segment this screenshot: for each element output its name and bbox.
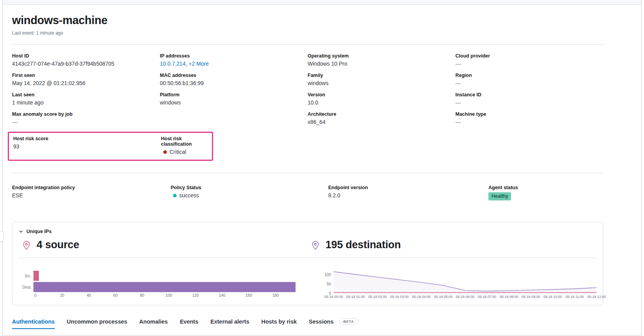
overview-field: Host ID4143c277-074e-47a9-b37d-37f94b508… bbox=[12, 53, 160, 67]
host-risk-highlight-box: Host risk score 93 Host risk classificat… bbox=[8, 132, 213, 161]
tab-authentications[interactable]: Authentications bbox=[12, 319, 55, 329]
unique-ips-line-chart: 100500 05-18 00:0005-18 01:0005-18 02:00… bbox=[320, 271, 597, 299]
tab-label: Uncommon processes bbox=[67, 319, 128, 325]
field-value: — bbox=[455, 119, 603, 125]
endpoint-info-row: Endpoint integration policy ESE Policy S… bbox=[12, 185, 603, 206]
destination-stat-text: 195 destination bbox=[326, 239, 401, 251]
ip-address-link[interactable]: 10.0.7.214 bbox=[160, 61, 186, 67]
x-axis-tick: 160 bbox=[246, 293, 252, 298]
line-time-axis: 05-18 00:0005-18 01:0005-18 02:0005-18 0… bbox=[334, 295, 597, 299]
field-value: 4143c277-074e-47a9-b37d-37f94b508705 bbox=[12, 61, 160, 67]
timeline-flyout-handle[interactable] bbox=[0, 232, 4, 242]
field-value: 10.0 bbox=[308, 99, 455, 106]
tab-events[interactable]: Events bbox=[180, 319, 198, 329]
bar-row: Src. bbox=[19, 271, 296, 281]
y-axis-tick: 50 bbox=[327, 282, 331, 286]
field-label: Operating system bbox=[308, 53, 455, 59]
field-label: Policy Status bbox=[171, 185, 328, 190]
field-value: Windows 10 Pro bbox=[308, 61, 455, 67]
policy-status-value: success bbox=[171, 192, 328, 198]
line-plot-area: 05-18 00:0005-18 01:0005-18 02:0005-18 0… bbox=[334, 271, 597, 299]
tab-label: External alerts bbox=[210, 319, 249, 325]
field-label: Instance ID bbox=[455, 92, 603, 97]
bar-category-label: Src. bbox=[19, 274, 33, 278]
x-axis-tick: 120 bbox=[192, 293, 199, 298]
page-title: windows-machine bbox=[12, 14, 603, 27]
unique-ips-charts: Src.Dest. 020406080100120140160180 10050… bbox=[19, 271, 597, 299]
tab-label: Sessions bbox=[309, 319, 334, 325]
beta-badge: BETA bbox=[339, 318, 359, 325]
time-axis-label: 05-18 11:00 bbox=[565, 295, 584, 299]
time-axis-label: 05-18 02:00 bbox=[368, 295, 387, 299]
chevron-down-icon bbox=[19, 229, 23, 234]
endpoint-divider bbox=[12, 173, 603, 173]
destination-label: destination bbox=[346, 239, 401, 251]
bar-track bbox=[33, 282, 296, 292]
field-value: 1 minute ago bbox=[12, 99, 160, 106]
x-axis-tick: 140 bbox=[219, 293, 226, 298]
healthy-status-badge: Healthy bbox=[488, 192, 511, 200]
time-axis-label: 05-18 05:00 bbox=[434, 295, 453, 299]
field-label: First seen bbox=[12, 73, 160, 78]
field-value: — bbox=[455, 80, 603, 86]
top-chrome-strip bbox=[3, 0, 641, 5]
field-value: — bbox=[12, 119, 160, 125]
overview-field: MAC addresses00:50:56:b1:36:99 bbox=[160, 73, 308, 86]
host-risk-classification-field: Host risk classification Critical bbox=[161, 136, 212, 155]
field-label: Region bbox=[455, 73, 603, 78]
tab-label: Anomalies bbox=[139, 319, 168, 325]
bar-row: Dest. bbox=[19, 282, 296, 292]
agent-status-field: Agent status Healthy bbox=[488, 185, 603, 200]
ip-address-link[interactable]: +2 More bbox=[189, 61, 209, 67]
header-divider bbox=[12, 44, 603, 45]
tab-hosts-by-risk[interactable]: Hosts by risk bbox=[261, 319, 297, 329]
field-value: May 14, 2022 @ 01:21:02.956 bbox=[12, 80, 160, 86]
overview-field: Max anomaly score by job— bbox=[12, 111, 160, 125]
overview-field: Cloud provider— bbox=[455, 53, 603, 67]
field-label: Agent status bbox=[488, 185, 603, 190]
field-value: x86_64 bbox=[308, 119, 455, 125]
tab-label: Authentications bbox=[12, 319, 55, 325]
field-label: Host ID bbox=[12, 53, 160, 59]
unique-ips-header[interactable]: Unique IPs bbox=[19, 229, 597, 234]
x-axis-tick: 20 bbox=[60, 293, 64, 298]
field-value: 10.0.7.214, +2 More bbox=[160, 61, 308, 67]
host-risk-score-value: 93 bbox=[13, 143, 161, 150]
overview-column: Operating systemWindows 10 ProFamilywind… bbox=[308, 53, 455, 131]
section-title: Unique IPs bbox=[26, 229, 52, 234]
tab-external-alerts[interactable]: External alerts bbox=[210, 319, 249, 329]
tab-anomalies[interactable]: Anomalies bbox=[139, 319, 168, 329]
overview-column: IP addresses10.0.7.214, +2 MoreMAC addre… bbox=[160, 53, 308, 131]
tab-uncommon-processes[interactable]: Uncommon processes bbox=[67, 319, 128, 329]
x-axis-tick: 180 bbox=[272, 293, 279, 298]
page-content: windows-machine Last event: 1 minute ago… bbox=[3, 14, 603, 329]
field-label: Platform bbox=[160, 92, 308, 97]
field-label: Max anomaly score by job bbox=[12, 111, 160, 117]
time-axis-label: 05-18 00:00 bbox=[324, 295, 343, 299]
host-overview-grid: Host ID4143c277-074e-47a9-b37d-37f94b508… bbox=[12, 53, 603, 131]
tab-sessions[interactable]: SessionsBETA bbox=[309, 318, 359, 329]
last-event-text: Last event: 1 minute ago bbox=[12, 30, 603, 36]
time-axis-label: 05-18 04:00 bbox=[412, 295, 430, 299]
panel-divider bbox=[19, 258, 597, 258]
time-axis-label: 05-18 06:00 bbox=[456, 295, 474, 299]
source-count: 4 bbox=[37, 239, 42, 251]
host-risk-classification-value: Critical bbox=[161, 149, 212, 155]
overview-field: IP addresses10.0.7.214, +2 More bbox=[160, 53, 308, 67]
success-dot-icon bbox=[173, 194, 177, 197]
time-axis-label: 05-18 07:00 bbox=[478, 295, 496, 299]
field-value: — bbox=[455, 61, 603, 67]
field-label: Cloud provider bbox=[455, 53, 603, 59]
endpoint-version-value: 8.2.0 bbox=[328, 192, 488, 198]
x-axis-tick: 0 bbox=[34, 293, 37, 298]
endpoint-version-field: Endpoint version 8.2.0 bbox=[328, 185, 488, 200]
field-label: Host risk score bbox=[13, 136, 161, 141]
bar-x-axis: 020406080100120140160180 bbox=[35, 293, 296, 299]
overview-field: Version10.0 bbox=[308, 92, 455, 106]
field-value: — bbox=[455, 99, 603, 106]
overview-field: First seenMay 14, 2022 @ 01:21:02.956 bbox=[12, 73, 160, 86]
x-axis-tick: 80 bbox=[140, 293, 144, 298]
overview-column: Host ID4143c277-074e-47a9-b37d-37f94b508… bbox=[12, 53, 160, 131]
x-axis-tick: 40 bbox=[87, 293, 91, 298]
field-label: Version bbox=[308, 92, 455, 97]
